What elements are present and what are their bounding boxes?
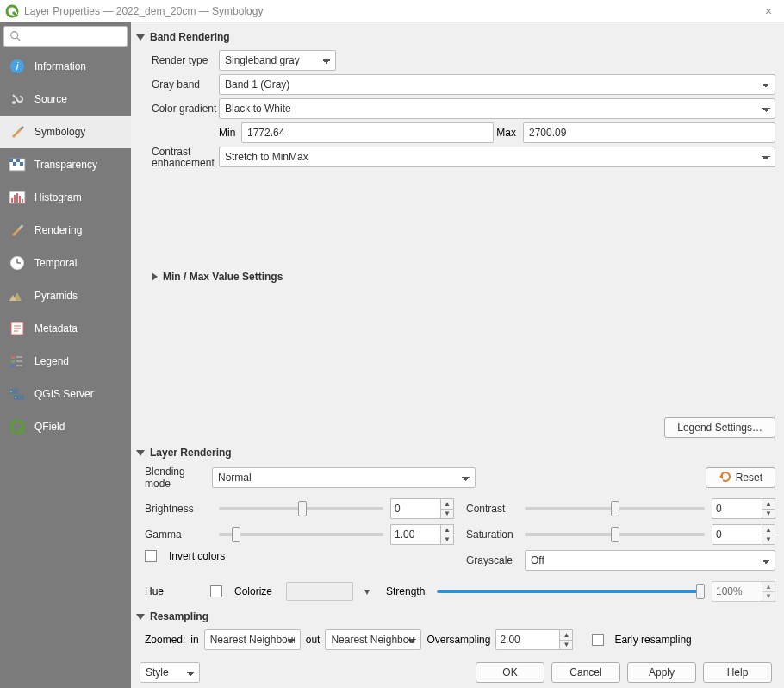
max-input[interactable] <box>523 122 775 143</box>
sidebar-item-pyramids[interactable]: Pyramids <box>0 279 131 312</box>
layer-properties-window: Layer Properties — 2022_dem_20cm — Symbo… <box>0 0 784 688</box>
apply-button[interactable]: Apply <box>627 662 696 683</box>
zoomed-out-select[interactable]: Nearest Neighbour <box>325 629 421 650</box>
sidebar-item-label: Rendering <box>34 224 82 236</box>
min-input[interactable] <box>241 122 494 143</box>
colorize-checkbox[interactable] <box>210 585 222 597</box>
svg-point-38 <box>15 397 16 398</box>
color-dropdown-icon[interactable]: ▾ <box>360 585 374 597</box>
sidebar-item-temporal[interactable]: Temporal <box>0 247 131 279</box>
undo-icon <box>719 471 731 485</box>
sidebar: i Information Source Symbology Transpare… <box>0 22 131 688</box>
oversampling-label: Oversampling <box>426 634 490 646</box>
brush-icon <box>9 123 26 141</box>
band-rendering-header[interactable]: Band Rendering <box>136 28 775 47</box>
sidebar-item-histogram[interactable]: Histogram <box>0 181 131 214</box>
invert-colors-checkbox[interactable] <box>145 550 157 562</box>
svg-rect-9 <box>16 159 20 162</box>
sidebar-item-qgis-server[interactable]: QGIS Server <box>0 378 131 410</box>
zoomed-in-select[interactable]: Nearest Neighbour <box>204 629 301 650</box>
gray-band-select[interactable]: Band 1 (Gray) <box>219 74 775 95</box>
svg-point-2 <box>11 32 18 39</box>
sidebar-item-label: Temporal <box>34 257 77 269</box>
sidebar-item-label: Histogram <box>34 191 82 203</box>
metadata-icon <box>9 320 26 337</box>
sidebar-item-label: Transparency <box>34 159 97 171</box>
style-button[interactable]: Style <box>140 662 200 683</box>
histogram-icon <box>9 189 26 206</box>
zoomed-label: Zoomed: <box>145 634 185 646</box>
ok-button[interactable]: OK <box>476 662 544 683</box>
render-type-select[interactable]: Singleband gray <box>219 50 336 71</box>
legend-icon <box>9 353 26 370</box>
saturation-label: Saturation <box>466 529 518 541</box>
close-icon[interactable]: × <box>758 4 779 18</box>
gamma-label: Gamma <box>145 529 212 541</box>
colorize-label: Colorize <box>234 585 272 597</box>
min-label: Min <box>219 127 241 139</box>
pyramids-icon <box>9 287 26 304</box>
svg-rect-17 <box>22 199 23 203</box>
content-panel: Band Rendering Render type Singleband gr… <box>131 22 784 688</box>
sidebar-item-symbology[interactable]: Symbology <box>0 116 131 148</box>
sidebar-item-label: Metadata <box>34 322 78 335</box>
strength-label: Strength <box>386 585 425 597</box>
sidebar-item-label: Information <box>34 60 86 72</box>
sidebar-item-label: Source <box>34 93 67 105</box>
grayscale-select[interactable]: Off <box>525 550 775 571</box>
svg-rect-15 <box>16 193 18 203</box>
gamma-slider[interactable] <box>219 533 383 536</box>
help-button[interactable]: Help <box>703 662 772 683</box>
dialog-buttons: Style OK Cancel Apply Help <box>136 657 775 688</box>
sidebar-item-qfield[interactable]: QField <box>0 410 131 443</box>
invert-colors-label: Invert colors <box>169 550 225 562</box>
window-title: Layer Properties — 2022_dem_20cm — Symbo… <box>24 5 263 17</box>
sidebar-item-transparency[interactable]: Transparency <box>0 148 131 181</box>
sidebar-item-label: Pyramids <box>34 290 78 302</box>
saturation-spinner[interactable]: ▲▼ <box>712 524 775 545</box>
minmax-settings-header[interactable]: Min / Max Value Settings <box>136 267 775 286</box>
brightness-slider[interactable] <box>219 507 383 510</box>
reset-button[interactable]: Reset <box>706 467 775 488</box>
strength-slider[interactable] <box>437 590 705 593</box>
svg-rect-30 <box>11 360 15 363</box>
collapse-icon <box>136 450 145 456</box>
svg-point-6 <box>12 101 16 104</box>
early-resampling-checkbox[interactable] <box>592 634 604 646</box>
max-label: Max <box>494 127 523 139</box>
collapse-icon <box>136 34 145 41</box>
expand-icon <box>152 272 158 281</box>
gamma-spinner[interactable]: ▲▼ <box>390 524 454 545</box>
contrast-slider[interactable] <box>525 507 705 510</box>
color-gradient-select[interactable]: Black to White <box>219 98 775 119</box>
sidebar-item-legend[interactable]: Legend <box>0 345 131 378</box>
legend-settings-button[interactable]: Legend Settings… <box>664 417 775 438</box>
sidebar-item-label: QGIS Server <box>34 388 94 400</box>
resampling-header[interactable]: Resampling <box>136 607 775 626</box>
oversampling-spinner[interactable]: ▲▼ <box>495 629 573 650</box>
sidebar-item-metadata[interactable]: Metadata <box>0 312 131 345</box>
sidebar-item-label: Legend <box>34 355 69 367</box>
contrast-enhancement-label: Contrastenhancement <box>152 147 219 169</box>
blending-mode-select[interactable]: Normal <box>212 467 476 488</box>
search-input[interactable] <box>3 26 128 47</box>
paintbrush-icon <box>9 222 26 239</box>
layer-rendering-header[interactable]: Layer Rendering <box>136 443 775 462</box>
contrast-spinner[interactable]: ▲▼ <box>712 498 775 519</box>
svg-rect-29 <box>11 356 15 359</box>
saturation-slider[interactable] <box>525 533 705 536</box>
collapse-icon <box>136 614 145 620</box>
strength-spinner[interactable]: ▲▼ <box>712 581 775 602</box>
svg-rect-10 <box>13 162 16 166</box>
qfield-icon <box>9 418 26 435</box>
contrast-enhancement-select[interactable]: Stretch to MinMax <box>219 147 775 167</box>
sidebar-item-label: Symbology <box>34 126 85 138</box>
sidebar-item-rendering[interactable]: Rendering <box>0 214 131 247</box>
brightness-spinner[interactable]: ▲▼ <box>390 498 454 519</box>
sidebar-item-information[interactable]: i Information <box>0 50 131 83</box>
colorize-color-button[interactable] <box>286 582 353 601</box>
early-resampling-label: Early resampling <box>614 634 691 646</box>
grayscale-label: Grayscale <box>466 554 518 566</box>
sidebar-item-source[interactable]: Source <box>0 83 131 116</box>
cancel-button[interactable]: Cancel <box>551 662 620 683</box>
